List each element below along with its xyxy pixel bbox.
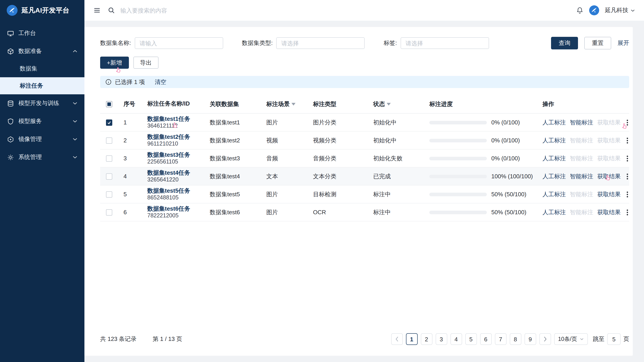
dataset-type-select[interactable] [276,37,365,49]
smart-label-action[interactable]: 智能标注 [570,172,593,180]
sidebar-item-workbench[interactable]: 工作台 [0,24,84,42]
row-checkbox[interactable] [106,209,112,215]
task-name-link[interactable]: 数据集test2任务 [147,133,208,140]
select-all-checkbox[interactable] [106,101,112,107]
account-menu[interactable]: 延凡科技 [605,6,635,14]
row-checkbox[interactable] [106,137,112,144]
task-name-link[interactable]: 数据集test4任务 [147,169,208,176]
progress-bar [429,192,487,196]
page-button[interactable]: 4 [450,333,462,345]
more-actions-icon[interactable] [625,118,630,126]
get-result-action[interactable]: 获取结果 [597,136,621,144]
selection-bar: 已选择 1 项 清空 [100,76,629,88]
dataset-cell: 数据集test2 [208,136,264,144]
sidebar-item-label: 数据准备 [18,47,42,55]
table-row[interactable]: 3 数据集test3任务2256561105 数据集test3 音频 音频分类 … [100,150,629,168]
filter-dataset-type: 数据集类型: [242,37,365,49]
page-button[interactable]: 3 [436,333,447,345]
row-checkbox[interactable] [106,155,112,162]
sidebar-item-model-service[interactable]: 模型服务 [0,112,84,130]
progress-bar [429,210,487,214]
page-button[interactable]: 9 [524,333,536,345]
sidebar-item-image-mgmt[interactable]: 镜像管理 [0,130,84,148]
hamburger-menu-icon[interactable] [94,7,100,14]
smart-label-action[interactable]: 智能标注 [570,190,593,198]
page-button[interactable]: 7 [495,333,506,345]
get-result-action[interactable]: 获取结果 [597,154,621,162]
next-page-button[interactable] [539,333,551,345]
smart-label-action[interactable]: 智能标注 [570,154,593,162]
company-name: 延凡科技 [605,6,628,14]
task-name-link[interactable]: 数据集test1任务 [147,115,208,122]
more-actions-icon[interactable] [625,190,630,198]
row-checkbox[interactable] [106,173,112,180]
table-row[interactable]: 5 数据集test5任务8652488105 数据集test5 图片 目标检测 … [100,186,629,204]
table-row[interactable]: 6 数据集test6任务7822212005 数据集test6 图片 OCR 标… [100,204,629,222]
tag-select[interactable] [400,37,489,49]
clear-selection-link[interactable]: 清空 [155,78,166,86]
add-button[interactable]: +新增 [100,56,129,69]
page-size-select[interactable]: 10条/页 [554,333,588,345]
sidebar-item-dataset[interactable]: 数据集 [0,60,84,77]
search-input[interactable] [120,7,264,14]
user-avatar[interactable] [589,5,600,16]
col-header-dataset: 关联数据集 [208,100,264,108]
task-name-link[interactable]: 数据集test3任务 [147,151,208,158]
content-card: 数据集名称: 数据集类型: 标签: 查询 重置 展开 [84,27,633,356]
more-actions-icon[interactable] [625,154,630,162]
expand-link[interactable]: 展开 [618,39,629,47]
table-row[interactable]: 4 数据集test4任务3265641220 数据集test4 文本 文本分类 … [100,168,629,186]
bell-icon[interactable] [576,7,583,14]
sidebar-item-model-dev[interactable]: 模型开发与训练 [0,94,84,112]
query-button[interactable]: 查询 [551,37,578,50]
search-icon[interactable] [108,7,115,14]
scene-cell: 音频 [264,154,311,162]
page-button[interactable]: 8 [510,333,521,345]
manual-label-action[interactable]: 人工标注 [542,190,566,198]
get-result-action[interactable]: 获取结果 [597,172,621,180]
page-button[interactable]: 6 [480,333,492,345]
sidebar-item-data-prep[interactable]: 数据准备 [0,42,84,60]
manual-label-action[interactable]: 人工标注 [542,154,566,162]
reset-button[interactable]: 重置 [584,37,611,50]
progress-bar [429,120,487,124]
smart-label-action[interactable]: 智能标注 [570,136,593,144]
filter-icon[interactable] [292,103,296,105]
filter-icon[interactable] [387,103,391,105]
page-button[interactable]: 1 [406,333,418,345]
shield-icon [7,118,14,125]
page-button[interactable]: 2 [420,333,432,345]
table-row[interactable]: 2 数据集test2任务9611210210 数据集test2 视频 视频分类 … [100,132,629,150]
more-actions-icon[interactable] [625,136,630,144]
smart-label-action[interactable]: 智能标注 [570,208,593,216]
get-result-action[interactable]: 获取结果 [597,190,621,198]
manual-label-action[interactable]: 人工标注 [542,136,566,144]
progress-bar [429,138,487,142]
task-id: 3265641220 [147,176,208,184]
export-button[interactable]: 导出 [133,56,158,69]
smart-label-action[interactable]: 智能标注 [570,118,593,126]
sidebar-item-label-task[interactable]: 标注任务 [0,77,84,94]
get-result-action[interactable]: 获取结果 [597,118,621,126]
row-checkbox[interactable] [106,119,112,126]
row-index: 4 [118,173,143,180]
task-id: 2256561105 [147,158,208,166]
sidebar-item-system-mgmt[interactable]: 系统管理 [0,148,84,166]
prev-page-button[interactable] [391,333,402,345]
manual-label-action[interactable]: 人工标注 [542,118,566,126]
row-index: 3 [118,155,143,162]
row-checkbox[interactable] [106,191,112,198]
jump-page-input[interactable] [607,333,621,345]
task-name-link[interactable]: 数据集test6任务 [147,205,208,212]
status-cell: 已完成 [370,172,428,180]
get-result-action[interactable]: 获取结果 [597,208,621,216]
dataset-name-input[interactable] [134,37,223,49]
app-title: 延凡AI开发平台 [22,6,70,14]
more-actions-icon[interactable] [625,172,630,180]
page-button[interactable]: 5 [465,333,477,345]
task-name-link[interactable]: 数据集test5任务 [147,187,208,194]
manual-label-action[interactable]: 人工标注 [542,172,566,180]
more-actions-icon[interactable] [625,208,630,216]
table-row[interactable]: 1 数据集test1任务3646121112 数据集test1 图片 图片分类 … [100,114,629,132]
manual-label-action[interactable]: 人工标注 [542,208,566,216]
